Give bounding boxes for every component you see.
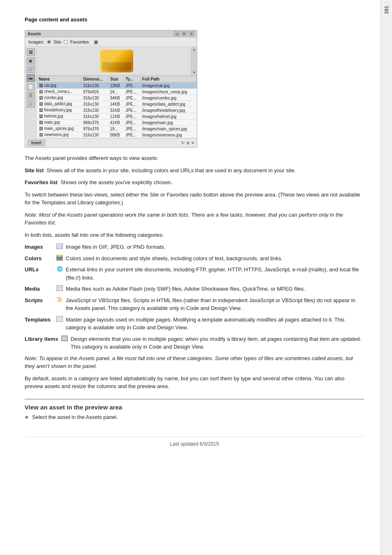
both-lists-text: In both lists, assets fall into one of t…: [25, 231, 364, 239]
sidebar-urls-icon[interactable]: 🔗: [27, 66, 35, 73]
panel-sidebar: 🖼 ▦ 🔗 ▬ 📄 ☰ □: [25, 47, 37, 138]
panel-main: ▲ ▼ Name Dimensi... Size Ty...: [37, 47, 197, 138]
preview-area: ▲ ▼: [37, 47, 197, 76]
panel-footer: Insert ↻ ⊕ ✕: [25, 138, 197, 147]
panel-header-icon: ▣: [94, 39, 98, 45]
table-row[interactable]: 🖼main.jpg 968x376 41KB JPE... /images/ma…: [37, 120, 197, 126]
table-row[interactable]: 🖼newmenu.jpg 316x130 58KB JPE... /images…: [37, 132, 197, 138]
assets-panel: Assets ◁ ✕ ≡ Images: Site Favorites ▣ 🖼 …: [25, 30, 197, 148]
scroll-down-icon[interactable]: ▼: [192, 70, 197, 75]
file-icon: 🖼: [39, 132, 44, 137]
table-row[interactable]: 🖼helmet.jpg 316x130 11KB JPE... /images/…: [37, 113, 197, 120]
table-row[interactable]: 🖼check_comp.j... 979x826 24... JPE... /i…: [37, 89, 197, 95]
panel-title: Assets: [28, 32, 41, 36]
new-icon[interactable]: ⊕: [186, 141, 189, 145]
col-dimensions[interactable]: Dimensi...: [81, 76, 108, 83]
media-icon: [56, 285, 63, 291]
panel-menu-icon[interactable]: ≡: [189, 31, 194, 36]
category-label: URLs: [25, 266, 53, 274]
section-heading: View an asset in the preview area: [25, 399, 364, 411]
category-item: Templates Master page layouts used on mu…: [25, 316, 364, 332]
favorites-desc: Shows only the assets you've explicitly …: [60, 179, 172, 185]
urls-icon: 🌐: [56, 266, 63, 272]
panel-collapse-icon[interactable]: ◁: [174, 31, 180, 36]
footer-updated: Last updated 6/3/2015: [25, 437, 364, 447]
delete-icon[interactable]: ✕: [191, 141, 194, 145]
car-preview: [100, 50, 133, 72]
favorites-radio[interactable]: [64, 40, 68, 44]
site-list-desc: Shows all of the assets in your site, in…: [46, 167, 295, 173]
file-icon: 🖼: [39, 108, 44, 113]
category-label: Colors: [25, 254, 53, 263]
favorites-label: Favorites list: [25, 179, 58, 185]
category-desc: Colors used in documents and style sheet…: [66, 254, 364, 263]
images-label: Images:: [28, 39, 44, 44]
insert-button[interactable]: Insert: [28, 140, 45, 146]
category-desc: Media files such as Adobe Flash (only SW…: [66, 285, 364, 293]
category-label: Media: [25, 285, 53, 293]
col-size[interactable]: Size: [108, 76, 124, 83]
categories-list: Images Image files in GIF, JPEG, or PNG …: [25, 243, 364, 351]
category-item: Colors Colors used in documents and styl…: [25, 254, 364, 263]
file-icon: 🖼: [39, 114, 44, 119]
category-item: Library items Design elements that you u…: [25, 335, 364, 351]
image-icon: [56, 243, 63, 250]
templates-icon: [56, 316, 63, 322]
table-row[interactable]: 🖼car.jpg 316x130 13KB JPE... /images/car…: [37, 83, 197, 89]
category-label: Templates: [25, 316, 53, 324]
category-item: Scripts 📜 JavaScript or VBScript files. …: [25, 296, 364, 312]
file-icon: 🖼: [39, 95, 44, 100]
panel-close-icon[interactable]: ✕: [181, 31, 187, 36]
col-path[interactable]: Full Path: [140, 76, 196, 83]
footer-icons: ↻ ⊕ ✕: [181, 141, 194, 145]
refresh-icon[interactable]: ↻: [181, 141, 184, 145]
scripts-icon: 📜: [56, 296, 63, 303]
library-icon: [61, 335, 68, 342]
page-number: 281: [384, 6, 390, 14]
sidebar-scripts-icon[interactable]: 📄: [27, 83, 35, 90]
table-row[interactable]: 🖼freedelivery.jpg 316x130 31KB JPE... /i…: [37, 107, 197, 113]
intro-text: The Assets panel provides different ways…: [25, 154, 364, 162]
site-list-label: Site list: [25, 167, 44, 173]
category-desc: External links in your current site docu…: [66, 266, 364, 282]
panel-body: 🖼 ▦ 🔗 ▬ 📄 ☰ □ ▲ ▼: [25, 47, 197, 138]
favorites-para: Favorites list Shows only the assets you…: [25, 178, 364, 187]
table-row[interactable]: 🖼combo.jpg 316x130 34KB JPE... /images/c…: [37, 95, 197, 101]
col-type[interactable]: Ty...: [124, 76, 140, 83]
file-icon: 🖼: [39, 89, 44, 94]
category-label: Scripts: [25, 296, 53, 305]
note1: Note: Most of the Assets panel operation…: [25, 211, 364, 227]
file-table-wrapper: Name Dimensi... Size Ty... Full Path 🖼ca…: [37, 76, 197, 138]
scroll-up-icon[interactable]: ▲: [192, 47, 197, 52]
category-item: Media Media files such as Adobe Flash (o…: [25, 285, 364, 293]
category-desc: Design elements that you use in multiple…: [71, 335, 364, 351]
file-icon: 🖼: [39, 102, 44, 106]
file-table: Name Dimensi... Size Ty... Full Path 🖼ca…: [37, 76, 197, 138]
sidebar-images-icon[interactable]: 🖼: [27, 49, 35, 56]
col-name[interactable]: Name: [37, 76, 82, 83]
site-radio-label: Site: [53, 39, 61, 44]
table-row[interactable]: 🖼data_addict.jpg 316x130 14KB JPE... /im…: [37, 101, 197, 107]
sort-text: By default, assets in a category are lis…: [25, 375, 364, 391]
preview-scrollbar[interactable]: ▲ ▼: [191, 47, 197, 75]
category-desc: Image files in GIF, JPEG, or PNG formats…: [66, 243, 364, 251]
bullet1-text: Select the asset in the Assets panel.: [32, 414, 118, 420]
category-desc: JavaScript or VBScript files. Scripts in…: [66, 296, 364, 312]
sidebar-colors-icon[interactable]: ▦: [27, 57, 35, 65]
bullet-item: ❖ Select the asset in the Assets panel.: [25, 414, 364, 420]
file-icon: 🖼: [39, 120, 44, 125]
sidebar-library-icon[interactable]: □: [27, 100, 35, 108]
category-label: Library items: [25, 335, 58, 343]
site-radio[interactable]: [47, 40, 51, 44]
category-desc: Master page layouts used on multiple pag…: [66, 316, 364, 332]
category-item: URLs 🌐 External links in your current si…: [25, 266, 364, 282]
favorites-radio-label: Favorites: [70, 39, 89, 44]
sidebar-templates-icon[interactable]: ☰: [27, 92, 35, 99]
panel-header: Images: Site Favorites ▣: [25, 37, 197, 47]
page-title: Page content and assets: [25, 16, 364, 23]
category-item: Images Image files in GIF, JPEG, or PNG …: [25, 243, 364, 251]
file-icon: 🖼: [39, 126, 44, 131]
colors-icon: [56, 254, 63, 261]
table-row[interactable]: 🖼main_spices.jpg 976x376 19... JPE... /i…: [37, 126, 197, 132]
sidebar-media-icon[interactable]: ▬: [27, 74, 35, 82]
